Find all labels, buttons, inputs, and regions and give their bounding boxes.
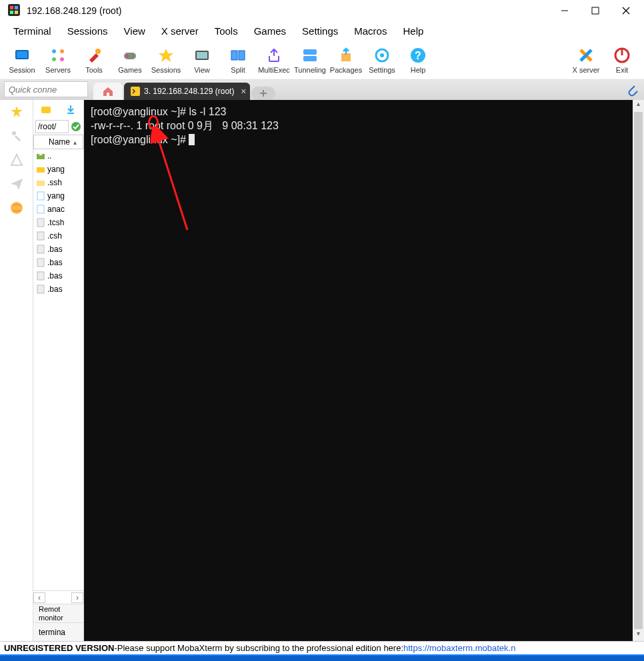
close-button[interactable] [611, 0, 641, 21]
tool-multiexec[interactable]: MultiExec [256, 41, 292, 79]
remote-monitor-button[interactable]: Remot monitor [33, 604, 83, 622]
scroll-left-icon[interactable]: ‹ [33, 592, 45, 603]
tab-active-session[interactable]: 3. 192.168.248.129 (root) × [124, 83, 250, 100]
hidden-file-icon [36, 271, 45, 281]
menu-sessions[interactable]: Sessions [59, 23, 116, 39]
tool-split[interactable]: Split [220, 41, 256, 79]
tree-item[interactable]: .bas [33, 243, 83, 256]
hidden-file-icon [36, 231, 45, 241]
paperclip-icon[interactable] [625, 82, 639, 97]
tree-item[interactable]: .ssh [33, 176, 83, 189]
scroll-thumb[interactable] [634, 112, 643, 629]
tool-session[interactable]: Session [4, 41, 40, 79]
svg-text:?: ? [415, 50, 421, 61]
maximize-button[interactable] [580, 0, 611, 21]
svg-rect-44 [37, 192, 44, 200]
tool-packages[interactable]: Packages [328, 41, 364, 79]
tree-item[interactable]: yang [33, 163, 83, 176]
tab-close-icon[interactable]: × [241, 86, 246, 97]
unregistered-label: UNREGISTERED VERSION [4, 643, 114, 653]
menu-tools[interactable]: Tools [207, 23, 246, 39]
sftp-column-header[interactable]: Name [33, 135, 83, 149]
home-icon [102, 85, 114, 97]
folder-icon [36, 178, 45, 187]
left-icon-strip [0, 100, 33, 641]
tool-xserver[interactable]: X server [568, 41, 604, 79]
svg-rect-51 [37, 285, 44, 293]
tool-games[interactable]: Games [112, 41, 148, 79]
svg-rect-50 [37, 272, 44, 280]
svg-rect-2 [15, 6, 18, 9]
menu-settings[interactable]: Settings [294, 23, 346, 39]
svg-rect-22 [239, 51, 245, 60]
sftp-download-icon[interactable] [65, 104, 76, 115]
hidden-file-icon [36, 245, 45, 254]
star-icon[interactable] [9, 104, 25, 120]
bottom-accent [0, 654, 644, 661]
tool-exit[interactable]: Exit [604, 41, 640, 79]
tree-item[interactable]: .tcsh [33, 216, 83, 229]
scroll-up-icon[interactable]: ▴ [633, 100, 644, 111]
tree-item[interactable]: .bas [33, 283, 83, 296]
tool-settings[interactable]: Settings [364, 41, 400, 79]
svg-line-52 [156, 132, 187, 230]
svg-point-17 [126, 55, 129, 57]
quick-connect-input[interactable] [5, 85, 87, 95]
macro-strip-icon[interactable] [9, 152, 25, 168]
svg-point-12 [60, 49, 64, 53]
tree-item[interactable]: .bas [33, 269, 83, 283]
svg-point-40 [71, 122, 81, 131]
svg-rect-1 [10, 6, 13, 9]
svg-rect-0 [8, 4, 20, 16]
tree-item[interactable]: .csh [33, 229, 83, 243]
quick-connect[interactable] [4, 81, 88, 97]
tool-tunneling[interactable]: Tunneling [292, 41, 328, 79]
svg-rect-21 [231, 51, 237, 60]
menu-xserver[interactable]: X server [153, 23, 207, 39]
terminal-scrollbar[interactable]: ▴ ▾ [633, 100, 644, 641]
tree-item[interactable]: anac [33, 203, 83, 216]
sftp-path-input[interactable] [35, 120, 69, 133]
svg-rect-23 [303, 49, 317, 55]
tab-add[interactable] [251, 87, 275, 100]
tool-view[interactable]: View [184, 41, 220, 79]
window-title: 192.168.248.129 (root) [27, 5, 549, 16]
svg-point-15 [95, 49, 101, 54]
tool-servers[interactable]: Servers [40, 41, 76, 79]
svg-rect-38 [41, 107, 51, 113]
path-ok-icon[interactable] [71, 121, 81, 132]
terminal-button[interactable]: termina [33, 622, 83, 641]
hidden-file-icon [36, 258, 45, 267]
plus-icon [259, 89, 268, 98]
globe-strip-icon[interactable] [9, 200, 25, 216]
scroll-down-icon[interactable]: ▾ [633, 630, 644, 641]
menu-games[interactable]: Games [246, 23, 294, 39]
tool-sessions[interactable]: Sessions [148, 41, 184, 79]
minimize-button[interactable] [549, 0, 580, 21]
menu-help[interactable]: Help [395, 23, 431, 39]
tab-home[interactable] [93, 83, 123, 100]
toolbar: Session Servers Tools Games Sessions Vie… [0, 40, 644, 80]
sftp-hscroll[interactable]: ‹› [33, 590, 83, 604]
menu-view[interactable]: View [116, 23, 153, 39]
menu-macros[interactable]: Macros [346, 23, 395, 39]
tree-item[interactable]: .bas [33, 256, 83, 269]
send-strip-icon[interactable] [9, 176, 25, 192]
svg-point-11 [52, 49, 56, 53]
sftp-toolbar [33, 100, 83, 119]
sftp-tree[interactable]: .. yang .ssh yang anac .tcsh .csh .bas .… [33, 149, 83, 590]
menu-terminal[interactable]: Terminal [5, 23, 59, 39]
scroll-right-icon[interactable]: › [71, 592, 83, 603]
tree-item[interactable]: yang [33, 189, 83, 203]
sftp-refresh-icon[interactable] [41, 104, 51, 115]
annotation-arrow [151, 127, 197, 233]
terminal-pane[interactable]: [root@yanglinux ~]# ls -l 123 -rw-r--r--… [84, 100, 644, 641]
tool-help[interactable]: ?Help [400, 41, 436, 79]
status-link[interactable]: https://mobaxterm.mobatek.n [403, 643, 515, 653]
svg-rect-48 [37, 245, 44, 253]
svg-point-27 [380, 53, 384, 57]
tool-tools[interactable]: Tools [76, 41, 112, 79]
svg-rect-47 [37, 232, 44, 240]
tools-strip-icon[interactable] [9, 128, 25, 144]
tree-item[interactable]: .. [33, 149, 83, 163]
